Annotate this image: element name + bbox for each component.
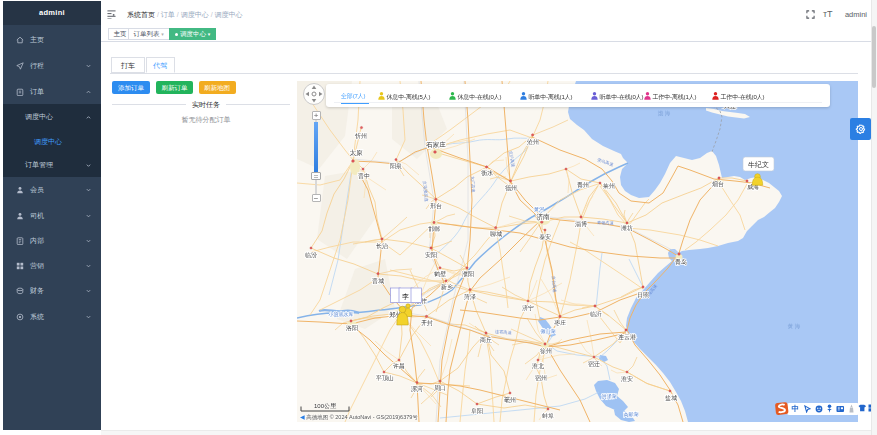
svg-text:莱州: 莱州: [603, 183, 615, 189]
svg-text:邢台: 邢台: [430, 202, 442, 210]
svg-text:济南: 济南: [536, 213, 550, 221]
svg-text:开封: 开封: [421, 320, 433, 326]
svg-text:晋城: 晋城: [372, 278, 384, 285]
svg-text:太原: 太原: [349, 149, 363, 156]
svg-text:晋中: 晋中: [358, 173, 370, 180]
svg-text:忻州: 忻州: [354, 133, 367, 139]
svg-text:蚌埠: 蚌埠: [542, 413, 554, 419]
svg-text:宿迁: 宿迁: [588, 360, 600, 368]
svg-text:青银高速: 青银高速: [597, 220, 614, 226]
svg-text:商丘: 商丘: [480, 336, 492, 343]
svg-text:微山湖: 微山湖: [541, 328, 556, 334]
svg-text:连云港: 连云港: [618, 334, 636, 341]
svg-text:菏泽: 菏泽: [464, 293, 476, 301]
svg-text:洪泽湖: 洪泽湖: [602, 393, 617, 400]
svg-text:渤 海: 渤 海: [658, 110, 671, 117]
svg-text:新乡: 新乡: [441, 283, 453, 290]
svg-text:牛纪文: 牛纪文: [748, 160, 769, 169]
svg-text:濮阳: 濮阳: [462, 271, 474, 278]
svg-text:衡水: 衡水: [481, 170, 493, 177]
svg-text:荣乌高速: 荣乌高速: [597, 157, 614, 167]
svg-text:小浪底水库: 小浪底水库: [329, 311, 354, 318]
svg-text:烟台: 烟台: [712, 181, 724, 188]
svg-text:京港澳高速: 京港澳高速: [421, 181, 429, 202]
svg-text:淮北: 淮北: [532, 362, 544, 370]
svg-text:李: 李: [402, 293, 409, 300]
svg-text:聊城: 聊城: [490, 231, 502, 237]
svg-text:漯河: 漯河: [411, 385, 423, 392]
svg-text:高邮湖: 高邮湖: [624, 411, 639, 418]
svg-text:临汾: 临汾: [305, 252, 317, 259]
svg-text:日照: 日照: [637, 292, 649, 299]
svg-text:青州: 青州: [577, 182, 589, 188]
svg-text:安阳: 安阳: [425, 251, 437, 259]
svg-text:周口: 周口: [434, 385, 446, 392]
svg-text:沧州: 沧州: [526, 139, 539, 146]
svg-text:洛阳: 洛阳: [346, 325, 358, 332]
svg-text:黄 海: 黄 海: [788, 323, 801, 330]
svg-text:宿州: 宿州: [535, 374, 547, 382]
svg-text:徐州: 徐州: [540, 348, 552, 355]
svg-text:潍坊: 潍坊: [621, 224, 633, 232]
svg-text:平顶山: 平顶山: [376, 374, 394, 381]
svg-text:青岛: 青岛: [675, 259, 687, 265]
svg-text:石家庄: 石家庄: [426, 141, 446, 149]
svg-text:临沂: 临沂: [590, 311, 602, 318]
svg-text:盐城: 盐城: [665, 395, 677, 401]
svg-text:大广高速: 大广高速: [470, 176, 476, 193]
svg-text:许昌: 许昌: [393, 363, 405, 370]
svg-text:连霍高速: 连霍高速: [495, 329, 512, 335]
svg-text:京台高速: 京台高速: [551, 276, 557, 293]
svg-text:邯郸: 邯郸: [428, 225, 440, 232]
svg-text:阜阳: 阜阳: [471, 408, 483, 415]
svg-text:济宁: 济宁: [522, 304, 534, 311]
svg-text:德州: 德州: [505, 185, 517, 192]
svg-text:枣庄: 枣庄: [554, 319, 566, 326]
svg-text:黄河: 黄河: [534, 206, 544, 213]
svg-text:亳州: 亳州: [504, 396, 516, 403]
svg-text:长治: 长治: [376, 243, 388, 250]
svg-text:淄博: 淄博: [575, 221, 587, 228]
svg-text:淮安: 淮安: [621, 375, 633, 382]
svg-text:鹤壁: 鹤壁: [434, 270, 446, 278]
svg-text:阳泉: 阳泉: [390, 163, 402, 170]
svg-text:泰安: 泰安: [539, 233, 551, 241]
